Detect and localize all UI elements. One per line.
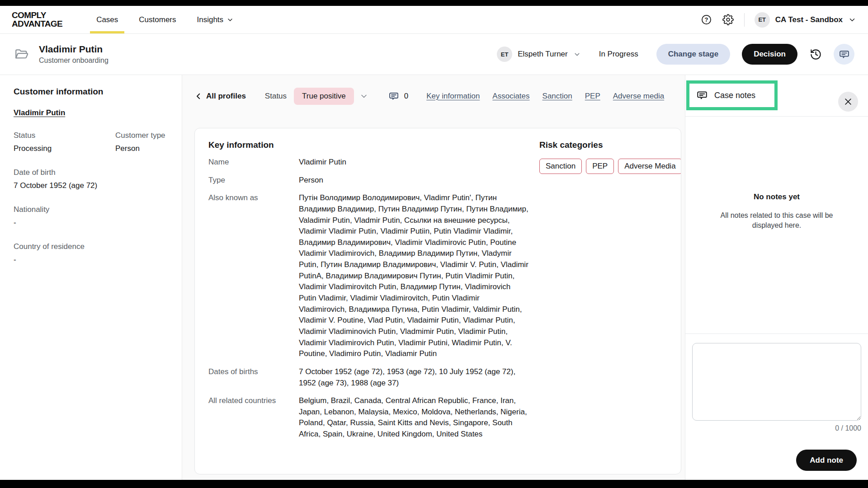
notes-empty-title: No notes yet xyxy=(754,192,800,202)
ki-label: Type xyxy=(208,175,299,186)
assignee-dropdown[interactable]: ET Elspeth Turner xyxy=(497,47,581,62)
key-information-card: Key information Name Vladimir Putin Type… xyxy=(194,128,681,474)
app-window: COMPLY ADVANTAGE Cases Customers Insight… xyxy=(0,6,868,480)
match-status-pill[interactable]: True positive xyxy=(294,88,354,105)
case-title: Vladimir Putin xyxy=(39,44,108,55)
comment-icon xyxy=(696,89,708,101)
close-panel-button[interactable] xyxy=(838,92,858,112)
assignee-name: Elspeth Turner xyxy=(518,50,568,59)
history-icon xyxy=(810,48,822,61)
status-label: Status xyxy=(265,92,287,101)
case-subtitle: Customer onboarding xyxy=(39,56,108,65)
ki-value: Путін Володимир Володимирович, Vladimr P… xyxy=(299,192,529,360)
nav-tab-customers[interactable]: Customers xyxy=(128,6,186,33)
comments-count: 0 xyxy=(404,92,408,101)
field-value: Person xyxy=(115,144,168,153)
ki-value: Belgium, Brazil, Canada, Central African… xyxy=(299,395,529,440)
chevron-down-icon xyxy=(573,51,581,58)
note-input[interactable] xyxy=(692,343,861,421)
all-profiles-back-button[interactable]: All profiles xyxy=(194,92,246,101)
case-notes-header: Case notes xyxy=(685,75,868,117)
chevron-down-icon xyxy=(848,16,856,24)
ki-value: 7 October 1952 (age 72), 1953 (age 72), … xyxy=(299,366,529,389)
case-notes-toggle-button[interactable] xyxy=(834,44,854,65)
field-label: Nationality xyxy=(14,205,168,214)
help-icon: ? xyxy=(701,14,712,25)
case-notes-panel: Case notes No notes yet All notes relate… xyxy=(685,75,868,480)
link-adverse-media[interactable]: Adverse media xyxy=(613,92,664,101)
field-value: - xyxy=(14,255,168,264)
nav-tab-label: Insights xyxy=(197,15,224,24)
risk-category-chips: Sanction PEP Adverse Media xyxy=(539,159,681,174)
case-header: Vladimir Putin Customer onboarding ET El… xyxy=(0,34,868,75)
account-menu[interactable]: ET CA Test - Sandbox xyxy=(755,12,856,28)
field-country-of-residence: Country of residence - xyxy=(14,242,168,264)
primary-nav: Cases Customers Insights xyxy=(86,6,244,33)
settings-button[interactable] xyxy=(722,14,734,26)
account-avatar: ET xyxy=(755,12,770,28)
field-label: Status xyxy=(14,131,115,140)
ki-label: Dates of births xyxy=(208,366,299,389)
nav-tab-label: Cases xyxy=(96,15,118,24)
key-information-heading: Key information xyxy=(208,140,529,150)
change-stage-button[interactable]: Change stage xyxy=(656,44,730,65)
chevron-down-icon xyxy=(226,16,234,23)
ki-row-name: Name Vladimir Putin xyxy=(208,157,529,168)
field-label: Customer type xyxy=(115,131,168,140)
ki-row-all-related-countries: All related countries Belgium, Brazil, C… xyxy=(208,395,529,440)
top-navbar: COMPLY ADVANTAGE Cases Customers Insight… xyxy=(0,6,868,34)
status-dropdown-chevron[interactable] xyxy=(359,92,368,101)
link-associates[interactable]: Associates xyxy=(492,92,529,101)
risk-chip-pep: PEP xyxy=(586,159,614,174)
main-area: All profiles Status True positive 0 Key … xyxy=(182,75,685,480)
folder-icon xyxy=(14,46,30,62)
logo-line-1: COMPLY xyxy=(12,11,62,20)
active-tab-indicator xyxy=(90,31,124,33)
svg-text:?: ? xyxy=(705,16,708,23)
customer-fields: Status Processing Customer type Person D… xyxy=(14,131,168,279)
stage-status: In Progress xyxy=(599,50,638,59)
history-button[interactable] xyxy=(809,48,822,61)
nav-tab-cases[interactable]: Cases xyxy=(86,6,128,33)
note-composer: 0 / 1000 Add note xyxy=(685,333,868,480)
case-header-actions: ET Elspeth Turner In Progress Change sta… xyxy=(497,44,854,65)
nav-tab-insights[interactable]: Insights xyxy=(187,6,245,33)
help-button[interactable]: ? xyxy=(701,14,712,26)
nav-tab-label: Customers xyxy=(139,15,176,24)
field-nationality: Nationality - xyxy=(14,205,168,227)
logo-line-2: ADVANTAGE xyxy=(12,20,62,28)
add-note-button[interactable]: Add note xyxy=(796,450,857,471)
ki-row-type: Type Person xyxy=(208,175,529,186)
case-notes-highlight-box: Case notes xyxy=(686,80,778,110)
section-links: Key information Associates Sanction PEP … xyxy=(426,92,664,101)
decision-button[interactable]: Decision xyxy=(742,44,797,65)
field-value: - xyxy=(14,218,168,227)
close-icon xyxy=(844,97,853,106)
ki-value: Person xyxy=(299,175,529,186)
navbar-right: ? ET CA Test - Sandbox xyxy=(701,12,856,28)
customer-profile-link[interactable]: Vladimir Putin xyxy=(14,108,65,117)
chevron-left-icon xyxy=(194,92,203,100)
sidebar-heading: Customer information xyxy=(14,87,168,97)
profile-toolbar: All profiles Status True positive 0 Key … xyxy=(194,86,681,107)
gear-icon xyxy=(722,14,734,25)
ki-label: Also known as xyxy=(208,192,299,360)
char-counter: 0 / 1000 xyxy=(692,424,861,432)
field-date-of-birth: Date of birth 7 October 1952 (age 72) xyxy=(14,168,168,190)
ki-label: All related countries xyxy=(208,395,299,440)
field-value: Processing xyxy=(14,144,115,153)
profile-comments-button[interactable]: 0 xyxy=(388,91,408,102)
comment-icon xyxy=(839,49,850,60)
content-row: Customer information Vladimir Putin Stat… xyxy=(0,75,868,480)
navbar-divider xyxy=(744,13,745,27)
assignee-avatar: ET xyxy=(497,47,512,62)
link-sanction[interactable]: Sanction xyxy=(542,92,572,101)
link-pep[interactable]: PEP xyxy=(585,92,600,101)
risk-chip-sanction: Sanction xyxy=(539,159,582,174)
account-label: CA Test - Sandbox xyxy=(775,15,843,24)
comply-advantage-logo[interactable]: COMPLY ADVANTAGE xyxy=(12,11,62,28)
link-key-information[interactable]: Key information xyxy=(426,92,480,101)
ki-row-also-known-as: Also known as Путін Володимир Володимиро… xyxy=(208,192,529,360)
field-label: Country of residence xyxy=(14,242,168,251)
risk-categories-section: Risk categories Sanction PEP Adverse Med… xyxy=(539,140,681,462)
